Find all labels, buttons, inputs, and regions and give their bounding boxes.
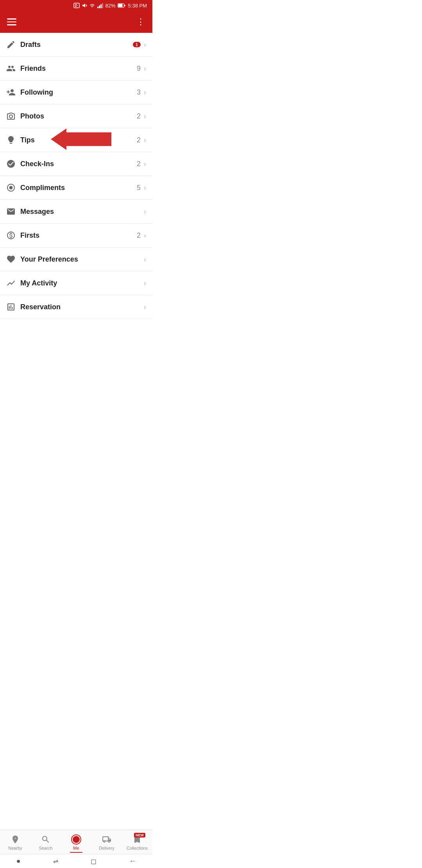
- signal-icon: [97, 3, 104, 8]
- activity-icon: [6, 278, 20, 288]
- heart-icon: [6, 255, 20, 264]
- menu-item-photos[interactable]: Photos 2 ›: [0, 104, 152, 128]
- firsts-count: 2: [137, 231, 141, 240]
- drafts-label: Drafts: [20, 41, 131, 49]
- messages-label: Messages: [20, 208, 141, 216]
- checkins-label: Check-Ins: [20, 160, 135, 168]
- friends-label: Friends: [20, 65, 135, 73]
- chevron-icon: ›: [144, 279, 146, 287]
- time-display: 5:38 PM: [128, 3, 147, 9]
- menu-item-messages[interactable]: Messages ›: [0, 200, 152, 224]
- svg-rect-3: [97, 7, 98, 8]
- wifi-icon: [89, 3, 95, 8]
- app-header: ⋮: [0, 11, 152, 33]
- friends-icon: [6, 64, 20, 73]
- svg-rect-6: [102, 3, 103, 8]
- mute-icon: [82, 3, 87, 8]
- compliments-label: Compliments: [20, 184, 135, 192]
- photos-count: 2: [137, 112, 141, 120]
- svg-rect-9: [118, 4, 122, 7]
- hamburger-menu-button[interactable]: [7, 18, 16, 25]
- menu-list: Drafts 1 › Friends 9 › Following 3 › Pho…: [0, 33, 152, 319]
- firsts-label: Firsts: [20, 231, 135, 240]
- messages-icon: [6, 207, 20, 216]
- chevron-icon: ›: [144, 255, 146, 264]
- reservation-icon: [6, 302, 20, 312]
- friends-count: 9: [137, 65, 141, 73]
- menu-item-compliments[interactable]: Compliments 5 ›: [0, 176, 152, 200]
- lightbulb-icon: [6, 135, 20, 145]
- checkins-count: 2: [137, 160, 141, 168]
- preferences-label: Your Preferences: [20, 255, 141, 264]
- chevron-icon: ›: [144, 65, 146, 73]
- compliments-count: 5: [137, 184, 141, 192]
- drafts-badge: 1: [133, 42, 141, 47]
- menu-item-drafts[interactable]: Drafts 1 ›: [0, 33, 152, 57]
- battery-text: 82%: [106, 3, 116, 9]
- checkin-icon: [6, 159, 20, 169]
- chevron-icon: ›: [144, 160, 146, 168]
- chevron-icon: ›: [144, 231, 146, 240]
- chevron-icon: ›: [144, 208, 146, 216]
- pen-icon: [6, 40, 20, 49]
- tips-label: Tips: [20, 136, 135, 144]
- svg-rect-0: [74, 3, 79, 8]
- menu-item-tips[interactable]: Tips 2 ›: [0, 128, 152, 152]
- firsts-icon: [6, 231, 20, 240]
- menu-item-following[interactable]: Following 3 ›: [0, 81, 152, 104]
- menu-item-preferences[interactable]: Your Preferences ›: [0, 247, 152, 271]
- menu-item-friends[interactable]: Friends 9 ›: [0, 57, 152, 81]
- chevron-icon: ›: [144, 112, 146, 120]
- following-icon: [6, 88, 20, 97]
- battery-icon: [118, 3, 125, 8]
- svg-rect-8: [124, 5, 125, 6]
- menu-item-reservation[interactable]: Reservation ›: [0, 295, 152, 319]
- svg-rect-5: [100, 4, 102, 8]
- menu-item-checkins[interactable]: Check-Ins 2 ›: [0, 152, 152, 176]
- chevron-icon: ›: [144, 136, 146, 144]
- camera-icon: [6, 111, 20, 121]
- following-count: 3: [137, 88, 141, 97]
- activity-label: My Activity: [20, 279, 141, 287]
- chevron-icon: ›: [144, 41, 146, 49]
- menu-item-activity[interactable]: My Activity ›: [0, 271, 152, 295]
- compliments-icon: [6, 183, 20, 192]
- following-label: Following: [20, 88, 135, 97]
- photos-label: Photos: [20, 112, 135, 120]
- status-icons: 82% 5:38 PM: [73, 3, 147, 9]
- chevron-icon: ›: [144, 184, 146, 192]
- menu-item-firsts[interactable]: Firsts 2 ›: [0, 224, 152, 247]
- reservation-label: Reservation: [20, 303, 141, 311]
- more-options-button[interactable]: ⋮: [136, 17, 145, 27]
- nfc-icon: [73, 3, 80, 8]
- status-bar: 82% 5:38 PM: [0, 0, 152, 11]
- chevron-icon: ›: [144, 303, 146, 311]
- svg-rect-4: [99, 5, 100, 8]
- tips-count: 2: [137, 136, 141, 144]
- chevron-icon: ›: [144, 88, 146, 97]
